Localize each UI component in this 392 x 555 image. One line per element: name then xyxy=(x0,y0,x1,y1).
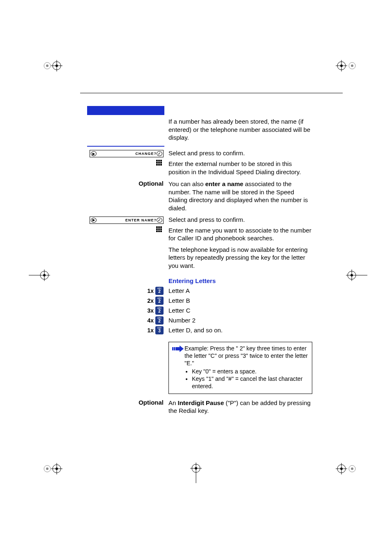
crop-mark-mr xyxy=(343,263,367,288)
key-button-2: ABC2 xyxy=(155,287,164,295)
key-button-2: ABC2 xyxy=(155,306,164,315)
note-intro: Example: Press the " 2" key three times … xyxy=(184,345,309,367)
enter-name-text-desc: Enter the name you want to associate to … xyxy=(165,226,312,242)
section-bar xyxy=(87,106,164,115)
check-icon: ✓ xyxy=(157,151,162,156)
svg-point-11 xyxy=(351,64,353,67)
crop-mark-ml xyxy=(29,263,53,288)
optional-label-2: Optional xyxy=(138,399,164,406)
svg-point-32 xyxy=(350,274,353,276)
note-bullet-2: Keys "1" and "#" = cancel the last chara… xyxy=(192,375,309,390)
crop-mark-bl xyxy=(41,456,66,481)
display-change: ▶ CHANGE? ✓ xyxy=(90,150,164,157)
press-count: 1x xyxy=(147,327,154,334)
key-button-2: ABC2 xyxy=(155,297,164,305)
press-count: 2x xyxy=(147,297,154,304)
press-count: 4x xyxy=(147,317,154,324)
arrow-icon: ▶ xyxy=(91,151,97,156)
svg-point-13 xyxy=(46,467,48,470)
optional-label-1: Optional xyxy=(138,180,164,187)
keypad-desc: The telephone keypad is now available fo… xyxy=(165,246,312,270)
svg-point-21 xyxy=(340,467,343,470)
enter-number-desc: Enter the external number to be stored i… xyxy=(165,160,312,176)
crop-mark-br xyxy=(332,456,357,481)
letter-row: 4xABC2Number 2 xyxy=(87,316,312,325)
svg-marker-41 xyxy=(175,345,184,352)
letter-row: 2xABC2Letter B xyxy=(87,297,312,305)
note-bullet-1: Key "0" = enters a space. xyxy=(192,368,309,375)
svg-point-5 xyxy=(55,64,58,67)
letter-desc: Letter D, and so on. xyxy=(165,327,312,334)
display-change-text: CHANGE? xyxy=(98,152,157,156)
key-button-3: DEF3 xyxy=(155,326,164,334)
letter-desc: Number 2 xyxy=(165,317,312,324)
letter-row: 3xABC2Letter C xyxy=(87,306,312,315)
press-count: 3x xyxy=(147,307,154,314)
optional2-text: An Interdigit Pause ("P") can be added b… xyxy=(165,399,312,415)
arrow-icon: ▶ xyxy=(91,218,97,223)
letter-row: 1xDEF3Letter D, and so on. xyxy=(87,326,312,334)
svg-point-9 xyxy=(340,64,343,67)
keypad-icon xyxy=(156,226,164,234)
svg-rect-40 xyxy=(174,347,175,350)
svg-point-37 xyxy=(195,467,197,470)
letter-desc: Letter C xyxy=(165,307,312,314)
change-desc: Select and press to confirm. xyxy=(165,149,312,157)
step-divider xyxy=(87,146,164,147)
svg-point-23 xyxy=(351,467,353,470)
optional1-text: You can also enter a name associated to … xyxy=(165,180,312,212)
svg-point-17 xyxy=(55,467,58,470)
letter-desc: Letter A xyxy=(165,287,312,294)
key-button-2: ABC2 xyxy=(155,316,164,325)
keypad-icon xyxy=(156,160,164,167)
letter-desc: Letter B xyxy=(165,297,312,304)
svg-point-1 xyxy=(46,64,48,67)
intro-text: If a number has already been stored, the… xyxy=(165,117,312,142)
svg-point-28 xyxy=(43,274,46,276)
crop-mark-bc xyxy=(184,458,208,483)
crop-mark-tl xyxy=(41,53,66,78)
example-note: Example: Press the " 2" key three times … xyxy=(168,342,312,394)
display-enter-name-text: ENTER NAME? xyxy=(98,218,157,222)
display-enter-name: ▶ ENTER NAME? ✓ xyxy=(90,216,164,224)
header-rule xyxy=(80,93,343,93)
check-icon: ✓ xyxy=(157,218,162,223)
svg-rect-39 xyxy=(172,347,173,350)
enter-name-desc: Select and press to confirm. xyxy=(165,216,312,224)
press-count: 1x xyxy=(147,288,154,294)
entering-letters-title: Entering Letters xyxy=(165,277,312,285)
letter-row: 1xABC2Letter A xyxy=(87,287,312,295)
content-area: If a number has already been stored, the… xyxy=(87,115,312,415)
crop-mark-tr xyxy=(332,53,357,78)
note-arrow-icon xyxy=(172,345,184,354)
